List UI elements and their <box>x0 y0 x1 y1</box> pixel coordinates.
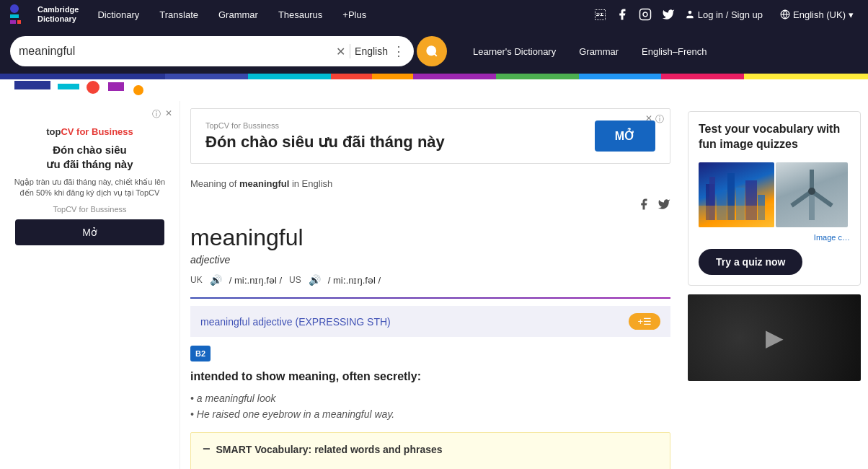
geometric-shapes <box>0 79 868 101</box>
svg-rect-5 <box>639 9 650 20</box>
cambridge-logo-icon <box>7 1 33 27</box>
color-segment-5 <box>372 74 413 79</box>
share-twitter-icon[interactable] <box>657 198 670 214</box>
color-segment-9 <box>661 74 744 79</box>
svg-rect-4 <box>17 20 21 24</box>
top-navigation: Cambridge Dictionary Dictionary Translat… <box>0 0 868 29</box>
ad-brand: topCV for Business <box>46 126 133 137</box>
ad-close-icon[interactable]: ✕ <box>165 108 172 120</box>
sense-add-button[interactable]: +☰ <box>629 313 660 330</box>
color-segment-6 <box>413 74 496 79</box>
social-share <box>190 193 670 219</box>
ad-subtext: Ngập tràn ưu đãi tháng này, chiết khấu l… <box>7 177 172 199</box>
svg-rect-20 <box>809 191 815 220</box>
uk-pron: / miː.nɪŋ.fəl / <box>229 275 282 286</box>
definition: intended to show meaning, often secretly… <box>190 366 670 390</box>
social-icons:  <box>595 8 675 21</box>
smart-vocab-meaning: Meaning & significance <box>191 465 670 469</box>
smart-vocab-label: SMART Vocabulary: related words and phra… <box>216 444 443 455</box>
clear-icon[interactable]: ✕ <box>336 45 345 58</box>
color-segment-2 <box>165 74 248 79</box>
quiz-card: Test your vocabulary with fun image quiz… <box>688 111 861 286</box>
quiz-image-city <box>699 162 774 227</box>
facebook-icon[interactable] <box>616 8 629 21</box>
tab-grammar[interactable]: Grammar <box>567 36 630 66</box>
svg-line-23 <box>792 191 812 206</box>
shape-rect-3 <box>108 82 124 91</box>
tab-english-french[interactable]: English–French <box>630 36 718 66</box>
main-content-wrapper: ⓘ ✕ topCV for Business Đón chào siêuưu đ… <box>0 101 868 469</box>
us-label: US <box>289 275 301 285</box>
svg-point-10 <box>427 46 435 55</box>
us-audio-icon[interactable]: 🔊 <box>309 274 321 286</box>
city-skyline-svg <box>699 162 774 227</box>
color-segment-3 <box>248 74 331 79</box>
smart-vocab-header[interactable]: − SMART Vocabulary: related words and ph… <box>191 433 670 465</box>
quiz-header: Test your vocabulary with fun image quiz… <box>688 112 860 157</box>
cefr-badge: B2 <box>190 346 211 361</box>
uk-audio-icon[interactable]: 🔊 <box>210 274 222 286</box>
ad-close-row: ⓘ ✕ <box>7 108 172 120</box>
ad-banner-close: ✕ ⓘ <box>645 113 664 126</box>
us-pron: / miː.nɪŋ.fəl / <box>328 275 381 286</box>
svg-rect-19 <box>699 206 774 227</box>
search-bar-row: ✕ English ⋮ Learner's Dictionary Grammar… <box>0 29 868 74</box>
ad-banner-x-icon[interactable]: ✕ <box>645 113 652 126</box>
word-pronunciation: UK 🔊 / miː.nɪŋ.fəl / US 🔊 / miː.nɪŋ.fəl … <box>190 271 670 294</box>
search-button[interactable] <box>417 36 447 66</box>
dictionary-tabs: Learner's Dictionary Grammar English–Fre… <box>461 36 718 66</box>
play-icon[interactable]: ▶ <box>766 324 784 351</box>
word-title: meaningful <box>190 219 670 254</box>
nav-grammar[interactable]: Grammar <box>210 0 267 29</box>
center-content: TopCV for Bussiness Đón chào siêu ưu đãi… <box>180 101 681 469</box>
right-video: ▶ <box>688 294 861 381</box>
example-2: He raised one eyebrow in a meaningful wa… <box>190 406 670 422</box>
shape-rect-2 <box>58 84 79 89</box>
ad-banner: TopCV for Bussiness Đón chào siêu ưu đãi… <box>190 108 670 164</box>
login-button[interactable]: Log in / Sign up <box>678 9 770 20</box>
meaning-of-label: Meaning of meaningful in English <box>190 171 670 193</box>
video-player[interactable]: ▶ <box>688 294 861 381</box>
collapse-icon: − <box>203 442 211 457</box>
word-pos: adjective <box>190 254 670 271</box>
search-lang-label[interactable]: English <box>355 45 388 57</box>
left-advertisement: ⓘ ✕ topCV for Business Đón chào siêuưu đ… <box>0 101 180 469</box>
ad-company: TopCV for Bussiness <box>53 205 126 214</box>
logo-area[interactable]: Cambridge Dictionary <box>7 1 79 27</box>
svg-line-11 <box>434 53 436 56</box>
tab-learners-dictionary[interactable]: Learner's Dictionary <box>461 36 567 66</box>
search-options-icon[interactable]: ⋮ <box>392 43 405 59</box>
ad-info-icon[interactable]: ⓘ <box>152 108 161 120</box>
svg-line-22 <box>812 191 832 206</box>
word-divider <box>190 297 670 299</box>
twitter-icon[interactable] <box>662 8 675 21</box>
color-segment-8 <box>579 74 662 79</box>
uk-label: UK <box>190 275 203 285</box>
smart-vocabulary-section: − SMART Vocabulary: related words and ph… <box>190 432 670 469</box>
share-facebook-icon[interactable] <box>637 198 650 214</box>
color-bar <box>0 74 868 79</box>
ad-open-button[interactable]: Mở <box>15 219 164 245</box>
sense-header: meaningful adjective (EXPRESSING STH) +☰ <box>190 306 670 337</box>
quiz-images <box>688 157 860 233</box>
facebook-icon[interactable]:  <box>595 9 606 21</box>
nav-thesaurus[interactable]: Thesaurus <box>270 0 331 29</box>
quiz-image-windmill <box>776 162 848 227</box>
quiz-button[interactable]: Try a quiz now <box>699 249 802 275</box>
language-selector[interactable]: English (UK) ▾ <box>773 9 861 20</box>
ad-banner-text: Đón chào siêu ưu đãi tháng này <box>205 133 445 152</box>
quiz-image-link[interactable]: Image c… <box>688 233 860 245</box>
color-segment-10 <box>744 74 868 79</box>
svg-point-24 <box>808 188 815 195</box>
shape-circle-1 <box>87 81 99 94</box>
nav-translate[interactable]: Translate <box>151 0 207 29</box>
shape-rect-1 <box>14 81 50 89</box>
svg-point-7 <box>688 11 691 14</box>
nav-plus[interactable]: +Plus <box>334 0 375 29</box>
search-input[interactable] <box>19 45 332 58</box>
svg-point-1 <box>10 4 19 13</box>
svg-rect-2 <box>10 14 19 18</box>
ad-banner-info-icon[interactable]: ⓘ <box>655 113 664 126</box>
instagram-icon[interactable] <box>639 8 652 21</box>
nav-dictionary[interactable]: Dictionary <box>89 0 148 29</box>
